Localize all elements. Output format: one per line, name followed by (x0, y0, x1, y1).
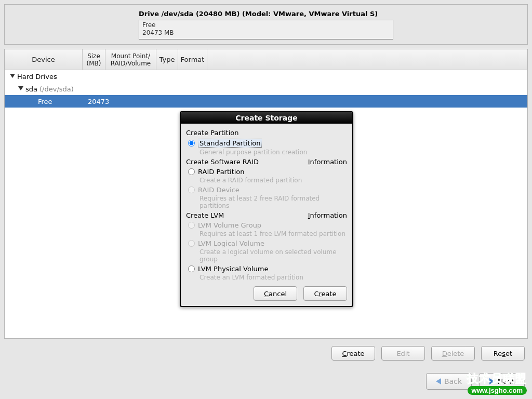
tree-row-sda[interactable]: sda (/dev/sda) (5, 83, 527, 95)
drive-summary-panel: Drive /dev/sda (20480 MB) (Model: VMware… (4, 4, 528, 45)
col-format[interactable]: Format (178, 49, 207, 70)
reset-button[interactable]: Reset (481, 346, 525, 361)
option-desc: Requires at least 1 free LVM formated pa… (200, 230, 347, 237)
radio-lvm-vg (188, 222, 195, 229)
option-standard-partition[interactable]: Standard Partition (188, 139, 347, 148)
drive-title: Drive /dev/sda (20480 MB) (Model: VMware… (139, 10, 521, 18)
drive-free-label: Free (142, 21, 390, 29)
option-label: LVM Logical Volume (198, 240, 264, 247)
delete-button[interactable]: Delete (431, 346, 475, 361)
col-size-l1: Size (87, 52, 100, 60)
option-desc: Create a RAID formated partition (200, 177, 347, 184)
app-root: Drive /dev/sda (20480 MB) (Model: VMware… (0, 0, 532, 399)
option-lvm-vg: LVM Volume Group (188, 221, 347, 229)
arrow-left-icon (436, 378, 441, 384)
option-label: LVM Volume Group (198, 221, 261, 229)
option-desc: Create a logical volume on selected volu… (200, 248, 347, 263)
option-raid-device: RAID Device (188, 186, 347, 194)
option-label: LVM Physical Volume (198, 265, 268, 273)
tree-row-free[interactable]: Free 20473 (5, 95, 527, 108)
col-type[interactable]: Type (156, 49, 178, 70)
dialog-buttons: Cancel Create (186, 286, 347, 301)
radio-raid-device (188, 187, 195, 193)
radio-raid-partition[interactable] (188, 168, 195, 175)
tree-label-sda: sda (25, 85, 37, 93)
radio-standard-partition[interactable] (188, 140, 195, 147)
col-size[interactable]: Size (MB) (83, 49, 105, 70)
radio-lvm-pv[interactable] (188, 265, 195, 272)
option-desc: Create an LVM formated partition (200, 274, 347, 281)
next-button[interactable]: Next (479, 373, 525, 390)
cancel-button[interactable]: Cancel (254, 286, 297, 301)
create-storage-dialog: Create Storage Create Partition Standard… (180, 111, 353, 307)
tree-label-hard-drives: Hard Drives (17, 73, 57, 81)
tree-free-size: 20473 (88, 98, 111, 105)
tree-label-free: Free (10, 98, 88, 105)
section-label: Create Partition (186, 129, 239, 137)
dialog-title: Create Storage (181, 112, 352, 124)
info-link-raid[interactable]: Information (308, 158, 347, 166)
radio-lvm-lv (188, 240, 195, 247)
svg-marker-0 (10, 74, 15, 78)
col-device[interactable]: Device (5, 49, 83, 70)
create-button[interactable]: Create (331, 346, 375, 361)
option-lvm-pv[interactable]: LVM Physical Volume (188, 265, 347, 273)
dialog-create-button[interactable]: Create (303, 286, 347, 301)
drive-free-size: 20473 MB (142, 29, 390, 37)
option-label: RAID Device (198, 186, 240, 194)
back-button[interactable]: Back (426, 373, 472, 390)
info-link-lvm[interactable]: Information (308, 211, 347, 219)
svg-marker-1 (18, 86, 23, 90)
option-label: Standard Partition (198, 139, 262, 148)
option-label: RAID Partition (198, 168, 245, 176)
disclosure-triangle-icon[interactable] (18, 86, 23, 91)
col-size-l2: (MB) (87, 60, 101, 67)
disclosure-triangle-icon[interactable] (10, 74, 15, 79)
arrow-right-icon (489, 378, 495, 384)
option-raid-partition[interactable]: RAID Partition (188, 168, 347, 176)
section-label: Create LVM (186, 211, 224, 219)
columns-header: Device Size (MB) Mount Point/ RAID/Volum… (4, 49, 528, 70)
col-mount-l1: Mount Point/ (111, 52, 150, 60)
option-desc: General purpose partition creation (200, 149, 347, 156)
col-spacer (207, 49, 527, 70)
nav-buttons: Back Next (426, 373, 525, 390)
dialog-body: Create Partition Standard Partition Gene… (181, 124, 352, 306)
col-mount-l2: RAID/Volume (111, 60, 151, 67)
option-lvm-lv: LVM Logical Volume (188, 240, 347, 247)
action-buttons: Create Edit Delete Reset (331, 346, 525, 361)
section-create-lvm: Create LVM Information (186, 211, 347, 219)
edit-button[interactable]: Edit (381, 346, 425, 361)
section-create-raid: Create Software RAID Information (186, 158, 347, 166)
section-label: Create Software RAID (186, 158, 259, 166)
tree-row-hard-drives[interactable]: Hard Drives (5, 70, 527, 83)
drive-free-box: Free 20473 MB (139, 20, 393, 39)
option-desc: Requires at least 2 free RAID formated p… (200, 195, 347, 209)
section-create-partition: Create Partition (186, 129, 347, 137)
tree-label-sda-path: (/dev/sda) (39, 85, 74, 93)
col-mount[interactable]: Mount Point/ RAID/Volume (105, 49, 156, 70)
